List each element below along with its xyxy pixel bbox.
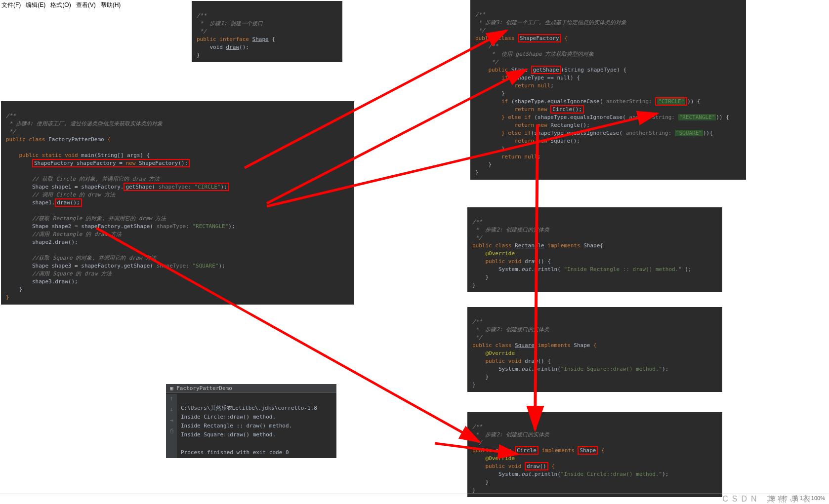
hl-shapefactory: ShapeFactory <box>518 34 561 42</box>
code-panel-square: /** * 步骤2: 创建接口的实体类 */ public class Squa… <box>467 307 722 392</box>
up-icon[interactable]: ↑ <box>166 395 177 406</box>
code-panel-circle: /** * 步骤2: 创建接口的实体类 */ public class Circ… <box>467 412 722 497</box>
console-line: Inside Rectangle :: draw() method. <box>181 423 292 429</box>
console-line: Inside Circle::draw() method. <box>181 414 276 420</box>
hl-draw-def: draw() <box>525 462 548 470</box>
console-tab[interactable]: ▣ FactoryPatterDemo <box>166 384 336 393</box>
console-line: C:\Users\其然乐衣Letitbe\.jdks\corretto-1.8 <box>181 405 317 411</box>
code-panel-demo: /** * 步骤4: 使用该工厂, 通过传递类型信息来获取实体类的对象 */ p… <box>1 101 354 305</box>
print-icon[interactable]: ⎙ <box>166 427 177 438</box>
code-panel-factory: /** * 步骤3: 创建一个工厂, 生成基于给定信息的实体类的对象 */ pu… <box>470 0 746 180</box>
menu-file[interactable]: 文件(F) <box>1 1 21 8</box>
hl-circle-str: "CIRCLE" <box>655 97 687 106</box>
menu-edit[interactable]: 编辑(E) <box>26 1 45 8</box>
hl-circle-class: Circle <box>515 446 539 455</box>
menu-help[interactable]: 帮助(H) <box>101 1 121 8</box>
code-panel-rectangle: /** * 步骤2: 创建接口的实体类 */ public class Rect… <box>467 207 722 292</box>
wrap-icon[interactable]: ⇥ <box>166 417 177 427</box>
hl-new-circle: Circle(); <box>550 105 584 114</box>
console-line: Inside Square::draw() method. <box>181 431 276 438</box>
hl-new-shapefactory: ShapeFactory shapeFactory = new ShapeFac… <box>32 159 190 167</box>
hl-draw: draw(); <box>55 198 82 207</box>
status-bar: 第 1 行，第 1 列 100% <box>0 494 829 504</box>
hl-shape-impl: Shape <box>578 446 598 455</box>
code-panel-shape: /** * 步骤1: 创建一个接口 */ public interface Sh… <box>192 1 342 62</box>
hl-getshape-circle: getShape( shapeType: "CIRCLE"); <box>124 183 229 191</box>
console-toolbar[interactable]: ↑ ↓ ⇥ ⎙ <box>166 394 177 458</box>
menu-format[interactable]: 格式(O) <box>50 1 71 8</box>
down-icon[interactable]: ↓ <box>166 406 177 417</box>
hl-getshape-def: getShape <box>531 66 561 74</box>
console-panel: ▣ FactoryPatterDemo ↑ ↓ ⇥ ⎙ C:\Users\其然乐… <box>166 384 336 458</box>
menu-view[interactable]: 查看(V) <box>76 1 96 8</box>
console-line: Process finished with exit code 0 <box>181 449 289 456</box>
watermark: CSDN 其然乐衣 <box>722 494 814 504</box>
